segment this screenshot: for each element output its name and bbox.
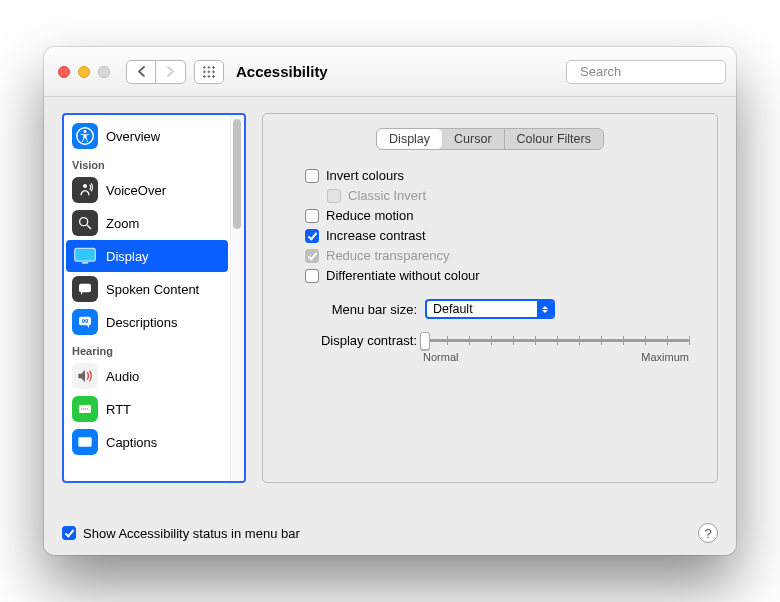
reduce-transparency-label: Reduce transparency: [326, 248, 450, 263]
window-controls: [54, 66, 110, 78]
select-value: Default: [433, 302, 473, 316]
differentiate-colour-label: Differentiate without colour: [326, 268, 480, 283]
voiceover-icon: [72, 177, 98, 203]
tab-colour-filters[interactable]: Colour Filters: [505, 129, 603, 149]
menu-bar-size-row: Menu bar size: Default: [281, 299, 699, 319]
svg-rect-4: [75, 248, 96, 261]
svg-rect-5: [82, 262, 89, 264]
grid-icon: [202, 65, 216, 79]
rtt-icon: [72, 396, 98, 422]
sidebar-heading-vision: Vision: [64, 153, 230, 173]
classic-invert-label: Classic Invert: [348, 188, 426, 203]
sidebar-scrollbar[interactable]: [230, 115, 244, 481]
increase-contrast-label: Increase contrast: [326, 228, 426, 243]
sidebar-item-label: VoiceOver: [106, 183, 166, 198]
svg-point-2: [83, 184, 87, 188]
menu-bar-size-select[interactable]: Default: [425, 299, 555, 319]
sidebar-item-overview[interactable]: Overview: [66, 120, 228, 152]
menu-bar-size-label: Menu bar size:: [307, 302, 417, 317]
minimize-button[interactable]: [78, 66, 90, 78]
sidebar-item-label: Captions: [106, 435, 157, 450]
svg-rect-14: [78, 437, 91, 446]
classic-invert-checkbox: [327, 189, 341, 203]
close-button[interactable]: [58, 66, 70, 78]
display-contrast-slider[interactable]: [425, 331, 689, 349]
captions-icon: [72, 429, 98, 455]
svg-point-12: [85, 408, 86, 409]
svg-point-10: [81, 408, 82, 409]
sidebar-item-voiceover[interactable]: VoiceOver: [66, 174, 228, 206]
display-contrast-row: Display contrast: Normal: [281, 331, 699, 363]
display-contrast-label: Display contrast:: [307, 333, 417, 348]
reduce-transparency-row: Reduce transparency: [305, 248, 699, 263]
nav-buttons: [126, 60, 186, 84]
svg-rect-6: [79, 284, 91, 293]
search-input[interactable]: [578, 63, 736, 80]
category-sidebar: Overview Vision VoiceOver Zoom: [62, 113, 246, 483]
svg-point-13: [87, 408, 88, 409]
sidebar-item-display[interactable]: Display: [66, 240, 228, 272]
slider-min-label: Normal: [423, 351, 458, 363]
display-settings-panel: Display Cursor Colour Filters Invert col…: [262, 113, 718, 483]
accessibility-icon: [72, 123, 98, 149]
increase-contrast-row[interactable]: Increase contrast: [305, 228, 699, 243]
chevron-left-icon: [137, 66, 146, 77]
help-button[interactable]: ?: [698, 523, 718, 543]
tab-cursor[interactable]: Cursor: [442, 129, 504, 149]
chevron-right-icon: [166, 66, 175, 77]
classic-invert-row: Classic Invert: [327, 188, 699, 203]
sidebar-item-captions[interactable]: Captions: [66, 426, 228, 458]
increase-contrast-checkbox[interactable]: [305, 229, 319, 243]
differentiate-colour-checkbox[interactable]: [305, 269, 319, 283]
zoom-button: [98, 66, 110, 78]
sidebar-item-label: Spoken Content: [106, 282, 199, 297]
svg-point-3: [80, 218, 88, 226]
search-field[interactable]: [566, 60, 726, 84]
footer: Show Accessibility status in menu bar ?: [44, 517, 736, 555]
select-stepper-icon: [537, 301, 553, 317]
back-button[interactable]: [126, 60, 156, 84]
scrollbar-thumb[interactable]: [233, 119, 241, 229]
sidebar-item-descriptions[interactable]: 99 Descriptions: [66, 306, 228, 338]
reduce-motion-row[interactable]: Reduce motion: [305, 208, 699, 223]
sidebar-item-rtt[interactable]: RTT: [66, 393, 228, 425]
tab-display[interactable]: Display: [377, 129, 442, 149]
reduce-transparency-checkbox: [305, 249, 319, 263]
sidebar-heading-hearing: Hearing: [64, 339, 230, 359]
show-status-menubar-label: Show Accessibility status in menu bar: [83, 526, 300, 541]
svg-text:99: 99: [82, 318, 89, 324]
differentiate-colour-row[interactable]: Differentiate without colour: [305, 268, 699, 283]
zoom-icon: [72, 210, 98, 236]
invert-colours-checkbox[interactable]: [305, 169, 319, 183]
window-title: Accessibility: [236, 63, 328, 80]
sidebar-item-label: Overview: [106, 129, 160, 144]
sidebar-item-label: Audio: [106, 369, 139, 384]
svg-point-1: [84, 130, 87, 133]
slider-max-label: Maximum: [641, 351, 689, 363]
display-icon: [72, 243, 98, 269]
sidebar-list[interactable]: Overview Vision VoiceOver Zoom: [64, 115, 230, 481]
toolbar: Accessibility: [44, 47, 736, 97]
sidebar-item-label: RTT: [106, 402, 131, 417]
sidebar-item-audio[interactable]: Audio: [66, 360, 228, 392]
reduce-motion-checkbox[interactable]: [305, 209, 319, 223]
show-all-button[interactable]: [194, 60, 224, 84]
slider-knob[interactable]: [420, 332, 430, 350]
sidebar-item-zoom[interactable]: Zoom: [66, 207, 228, 239]
invert-colours-label: Invert colours: [326, 168, 404, 183]
sidebar-item-label: Zoom: [106, 216, 139, 231]
svg-point-11: [83, 408, 84, 409]
display-tabs: Display Cursor Colour Filters: [376, 128, 604, 150]
sidebar-item-label: Display: [106, 249, 149, 264]
sidebar-item-spoken-content[interactable]: Spoken Content: [66, 273, 228, 305]
reduce-motion-label: Reduce motion: [326, 208, 413, 223]
descriptions-icon: 99: [72, 309, 98, 335]
audio-icon: [72, 363, 98, 389]
forward-button[interactable]: [156, 60, 186, 84]
sidebar-item-label: Descriptions: [106, 315, 178, 330]
show-status-menubar-checkbox[interactable]: [62, 526, 76, 540]
invert-colours-row[interactable]: Invert colours: [305, 168, 699, 183]
preferences-window: Accessibility Overview Vision: [44, 47, 736, 555]
spoken-content-icon: [72, 276, 98, 302]
